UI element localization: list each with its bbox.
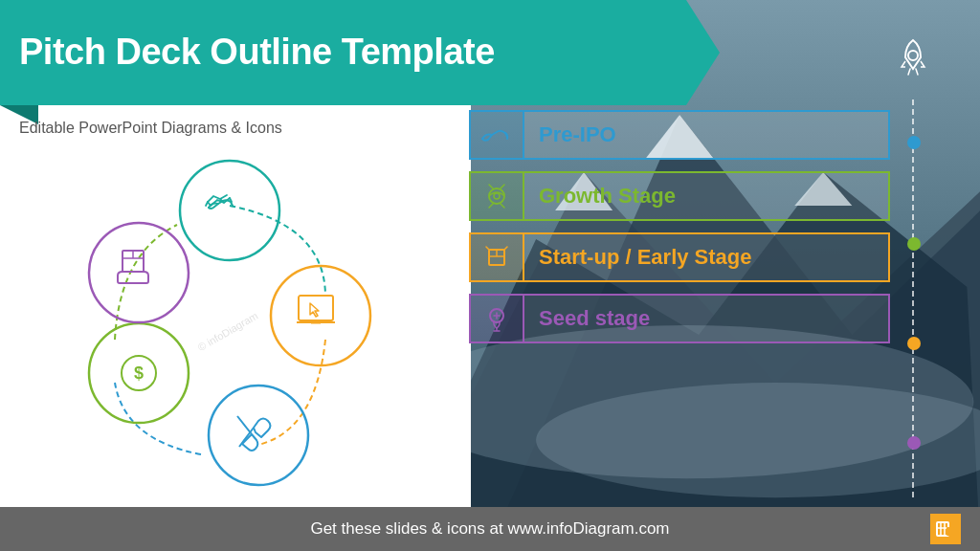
growth-label: Growth Stage [524,171,890,221]
timeline-dot-3 [907,337,921,350]
main-title: Pitch Deck Outline Template [19,33,495,73]
timeline-dot-2 [907,237,921,251]
stages-list: Pre-IPO Growth Stage Start-up / Early St… [469,110,890,355]
footer-text: Get these slides & icons at www.infoDiag… [310,519,669,539]
timeline [903,38,923,497]
seed-label: Seed stage [524,294,890,343]
timeline-dot-4 [907,436,921,450]
startup-icon-box [469,232,524,282]
timeline-line [912,99,914,497]
svg-rect-25 [947,527,954,536]
header-banner: Pitch Deck Outline Template [0,0,686,105]
svg-point-9 [180,161,279,260]
timeline-dot-1 [907,136,921,149]
pre-ipo-icon-box [469,110,524,160]
circle-diagram: $ © infoDiagram [29,148,431,502]
svg-point-10 [271,266,370,365]
rocket-icon [894,38,932,95]
svg-point-20 [494,193,500,199]
stage-item-growth: Growth Stage [469,171,890,221]
stage-item-pre-ipo: Pre-IPO [469,110,890,160]
footer: Get these slides & icons at www.infoDiag… [0,507,980,551]
startup-label: Start-up / Early Stage [524,232,890,282]
pre-ipo-label: Pre-IPO [524,110,890,160]
svg-point-23 [908,51,918,60]
svg-text:$: $ [134,364,144,383]
subtitle: Editable PowerPoint Diagrams & Icons [19,120,282,137]
svg-text:© infoDiagram: © infoDiagram [195,310,259,354]
stage-item-seed: Seed stage [469,294,890,343]
footer-logo-icon [930,514,961,544]
stage-item-startup: Start-up / Early Stage [469,232,890,282]
svg-point-19 [489,188,504,204]
seed-icon-box [469,294,524,343]
growth-icon-box [469,171,524,221]
